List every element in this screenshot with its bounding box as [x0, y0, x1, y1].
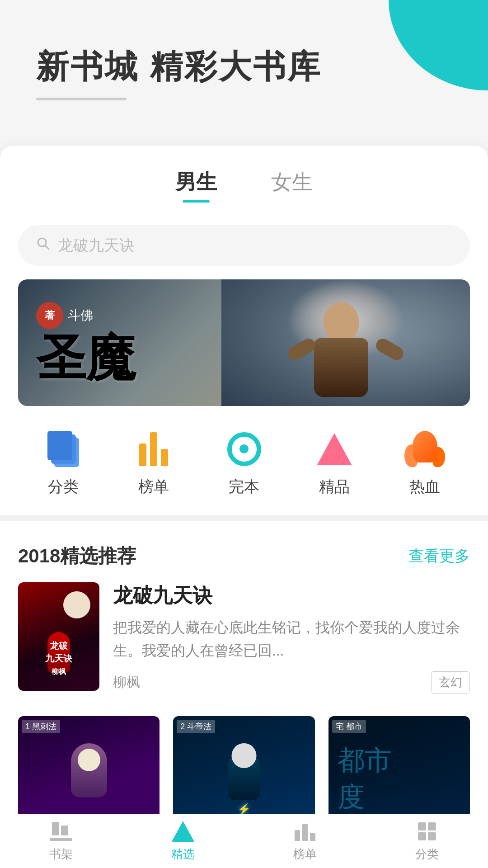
nav-categories-label: 分类 — [415, 846, 439, 862]
categories: 分类 榜单 完本 — [0, 406, 488, 511]
featured-section-header: 2018精选推荐 查看更多 — [0, 525, 488, 582]
search-bar[interactable]: 龙破九天诀 — [18, 225, 470, 266]
category-fenlei-label: 分类 — [48, 476, 79, 497]
small-book-2[interactable]: 2 斗帝法 ⚡ — [173, 716, 314, 825]
category-wanben[interactable]: 完本 — [224, 429, 264, 497]
category-jingpin[interactable]: 精品 — [314, 429, 355, 497]
featured-book-item[interactable]: 龙破九天诀柳枫 龙破九天诀 把我爱的人藏在心底此生铭记，找你个爱我的人度过余生。… — [0, 582, 488, 712]
category-jingpin-icon — [314, 429, 355, 469]
category-wanben-icon — [224, 429, 264, 469]
book-cover-large: 龙破九天诀柳枫 — [18, 582, 99, 691]
category-jingpin-label: 精品 — [319, 476, 350, 497]
categories-nav-icon — [416, 820, 438, 843]
category-rexue[interactable]: 热血 — [404, 429, 445, 497]
small-book-3[interactable]: 宅 都市 都市度 — [328, 716, 470, 825]
nav-featured-label: 精选 — [171, 846, 195, 862]
banner[interactable]: 著 斗佛 圣魔 — [18, 279, 470, 406]
banner-title: 圣魔 — [36, 334, 136, 383]
book-title: 龙破九天诀 — [113, 582, 470, 609]
tab-male[interactable]: 男生 — [175, 168, 217, 203]
category-fenlei-icon — [43, 429, 84, 469]
banner-author-name: 斗佛 — [68, 307, 93, 324]
book-description: 把我爱的人藏在心底此生铭记，找你个爱我的人度过余生。我爱的人在曾经已回... — [113, 616, 470, 662]
nav-rankings-label: 榜单 — [293, 846, 317, 862]
search-placeholder-text: 龙破九天诀 — [58, 235, 135, 256]
featured-title: 2018精选推荐 — [18, 543, 136, 569]
nav-bookshelf[interactable]: 书架 — [0, 820, 122, 862]
header: 新书城 精彩大书库 — [0, 0, 488, 127]
category-bangdan[interactable]: 榜单 — [133, 429, 174, 497]
category-rexue-icon — [404, 429, 445, 469]
featured-more-link[interactable]: 查看更多 — [408, 546, 470, 566]
banner-author-badge: 著 — [36, 302, 63, 329]
book-author: 柳枫 — [113, 673, 140, 692]
tab-female[interactable]: 女生 — [271, 168, 313, 203]
header-underline — [36, 98, 127, 100]
banner-figure — [221, 279, 470, 406]
nav-featured[interactable]: 精选 — [122, 820, 244, 862]
search-icon — [36, 236, 51, 255]
main-card: 男生 女生 龙破九天诀 著 斗佛 圣魔 — [0, 146, 488, 852]
book-info-large: 龙破九天诀 把我爱的人藏在心底此生铭记，找你个爱我的人度过余生。我爱的人在曾经已… — [113, 582, 470, 693]
banner-author: 著 斗佛 — [36, 302, 136, 329]
small-book-1[interactable]: 1 黑刺法 — [18, 716, 160, 825]
category-rexue-label: 热血 — [409, 476, 440, 497]
nav-categories[interactable]: 分类 — [366, 820, 488, 862]
banner-text-area: 著 斗佛 圣魔 — [18, 288, 154, 397]
category-wanben-label: 完本 — [229, 476, 259, 497]
category-bangdan-icon — [133, 429, 174, 469]
book-meta: 柳枫 玄幻 — [113, 671, 470, 693]
bookshelf-icon — [50, 820, 72, 843]
app-title: 新书城 精彩大书库 — [36, 45, 452, 89]
bottom-navigation: 书架 精选 榜单 分类 — [0, 814, 488, 868]
book-tag: 玄幻 — [431, 671, 470, 693]
nav-rankings[interactable]: 榜单 — [244, 820, 366, 862]
category-bangdan-label: 榜单 — [138, 476, 169, 497]
featured-nav-icon — [172, 820, 194, 843]
nav-bookshelf-label: 书架 — [49, 846, 73, 862]
gender-tabs: 男生 女生 — [0, 146, 488, 216]
category-fenlei[interactable]: 分类 — [43, 429, 84, 497]
svg-line-1 — [45, 245, 49, 249]
rankings-icon — [294, 820, 316, 843]
section-divider — [0, 515, 488, 521]
